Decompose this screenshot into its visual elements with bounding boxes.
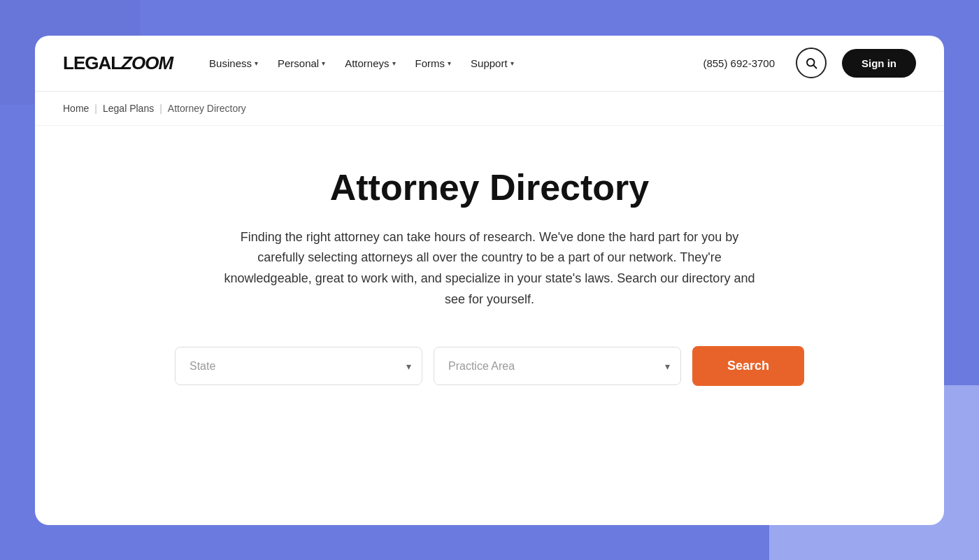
phone-number: (855) 692-3700 — [703, 57, 775, 69]
main-card: LEGALZOOM Business ▾ Personal ▾ Attorney… — [35, 36, 944, 525]
breadcrumb-legal-plans[interactable]: Legal Plans — [103, 103, 154, 114]
breadcrumb-current: Attorney Directory — [168, 103, 246, 114]
state-select[interactable]: State Alabama Alaska Arizona Arkansas Ca… — [175, 347, 422, 385]
chevron-down-icon: ▾ — [322, 59, 325, 67]
state-select-wrapper: State Alabama Alaska Arizona Arkansas Ca… — [175, 347, 422, 385]
logo[interactable]: LEGALZOOM — [63, 52, 173, 74]
chevron-down-icon: ▾ — [448, 59, 451, 67]
breadcrumb-home[interactable]: Home — [63, 103, 89, 114]
main-nav: Business ▾ Personal ▾ Attorneys ▾ Forms … — [201, 52, 687, 75]
nav-forms[interactable]: Forms ▾ — [407, 52, 460, 75]
breadcrumb-separator-2: | — [159, 103, 162, 114]
breadcrumb-separator: | — [94, 103, 97, 114]
signin-button[interactable]: Sign in — [842, 49, 916, 78]
practice-area-select-wrapper: Practice Area Business Law Estate Planni… — [434, 347, 681, 385]
chevron-down-icon: ▾ — [392, 59, 396, 67]
logo-text: LEGALZOOM — [63, 52, 173, 74]
breadcrumb: Home | Legal Plans | Attorney Directory — [35, 92, 944, 126]
search-icon — [805, 57, 817, 69]
nav-attorneys[interactable]: Attorneys ▾ — [336, 52, 403, 75]
page-title: Attorney Directory — [330, 168, 650, 208]
header: LEGALZOOM Business ▾ Personal ▾ Attorney… — [35, 36, 944, 92]
nav-support[interactable]: Support ▾ — [462, 52, 522, 75]
page-description: Finding the right attorney can take hour… — [224, 227, 755, 310]
main-content: Attorney Directory Finding the right att… — [35, 126, 944, 443]
nav-personal[interactable]: Personal ▾ — [269, 52, 334, 75]
nav-business[interactable]: Business ▾ — [201, 52, 266, 75]
search-icon-button[interactable] — [796, 48, 827, 78]
chevron-down-icon: ▾ — [510, 59, 514, 67]
practice-area-select[interactable]: Practice Area Business Law Estate Planni… — [434, 347, 681, 385]
search-form: State Alabama Alaska Arizona Arkansas Ca… — [175, 346, 804, 386]
svg-line-1 — [813, 65, 816, 68]
chevron-down-icon: ▾ — [255, 59, 258, 67]
search-button[interactable]: Search — [692, 346, 804, 386]
